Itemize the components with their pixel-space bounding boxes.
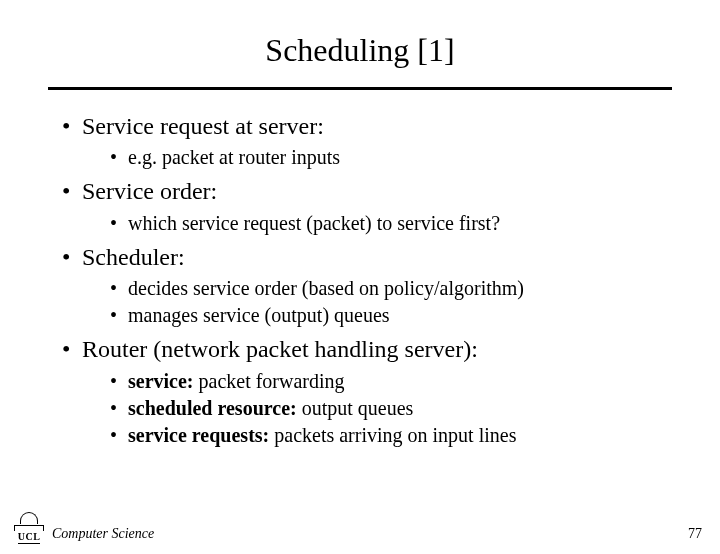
bullet-l2: scheduled resource: output queues bbox=[110, 395, 672, 422]
footer: UCL Computer Science 77 bbox=[0, 510, 720, 544]
bullet-text: Router (network packet handling server): bbox=[82, 336, 478, 362]
slide: Scheduling [1] Service request at server… bbox=[0, 0, 720, 554]
footer-department: Computer Science bbox=[52, 526, 154, 544]
bullet-l1: Service order: which service request (pa… bbox=[62, 175, 672, 236]
bullet-l2: manages service (output) queues bbox=[110, 302, 672, 329]
bullet-list-level2: service: packet forwarding scheduled res… bbox=[82, 368, 672, 449]
bullet-l2: service requests: packets arriving on in… bbox=[110, 422, 672, 449]
bullet-l1: Scheduler: decides service order (based … bbox=[62, 241, 672, 329]
footer-left: UCL Computer Science bbox=[12, 510, 154, 544]
bullet-l2: e.g. packet at router inputs bbox=[110, 144, 672, 171]
bullet-l2: decides service order (based on policy/a… bbox=[110, 275, 672, 302]
title-rule bbox=[48, 87, 672, 90]
bullet-l2: which service request (packet) to servic… bbox=[110, 210, 672, 237]
ucl-logo-text: UCL bbox=[18, 532, 41, 544]
bullet-list-level2: e.g. packet at router inputs bbox=[82, 144, 672, 171]
bullet-text: Service order: bbox=[82, 178, 217, 204]
bullet-l2: service: packet forwarding bbox=[110, 368, 672, 395]
ucl-dome-icon bbox=[20, 512, 38, 524]
bullet-list-level2: decides service order (based on policy/a… bbox=[82, 275, 672, 329]
bullet-rest: output queues bbox=[297, 397, 414, 419]
bullet-l1: Service request at server: e.g. packet a… bbox=[62, 110, 672, 171]
bullet-rest: packet forwarding bbox=[194, 370, 345, 392]
bullet-rest: packets arriving on input lines bbox=[269, 424, 516, 446]
ucl-logo-icon: UCL bbox=[12, 510, 46, 544]
bullet-bold: service: bbox=[128, 370, 194, 392]
bullet-text: Scheduler: bbox=[82, 244, 185, 270]
bullet-list-level2: which service request (packet) to servic… bbox=[82, 210, 672, 237]
bullet-l1: Router (network packet handling server):… bbox=[62, 333, 672, 448]
page-number: 77 bbox=[688, 526, 702, 544]
bullet-text: Service request at server: bbox=[82, 113, 324, 139]
slide-title: Scheduling [1] bbox=[48, 32, 672, 69]
bullet-list-level1: Service request at server: e.g. packet a… bbox=[48, 110, 672, 449]
bullet-bold: scheduled resource: bbox=[128, 397, 297, 419]
bullet-bold: service requests: bbox=[128, 424, 269, 446]
